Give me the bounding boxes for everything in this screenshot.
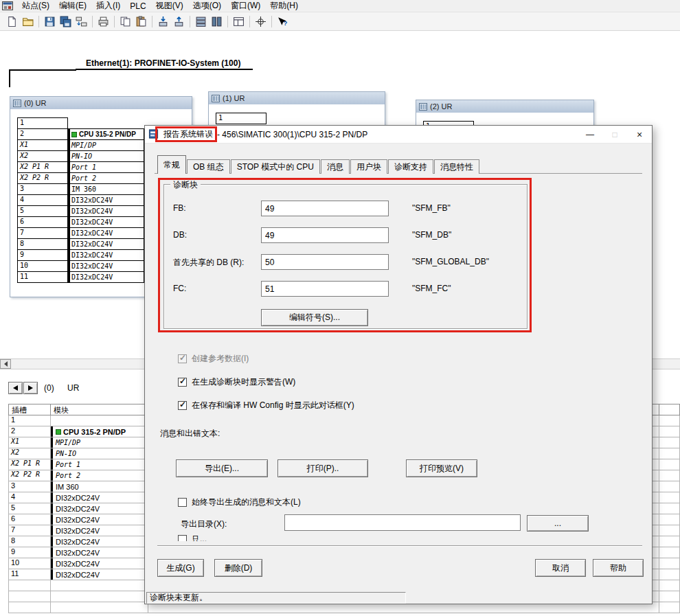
copy-button[interactable] xyxy=(117,14,133,30)
rack1-titlebar[interactable]: (1) UR xyxy=(209,92,385,104)
column-header[interactable]: 插槽 xyxy=(8,404,51,415)
module-cell[interactable]: DI32xDC24V xyxy=(67,238,144,250)
scroll-left-button[interactable] xyxy=(0,359,11,369)
printer-button[interactable] xyxy=(95,14,111,30)
open-folder-button[interactable] xyxy=(20,14,36,30)
module-cell: CPU 315-2 PN/DP xyxy=(51,426,148,437)
help-button[interactable]: 帮助 xyxy=(593,559,644,577)
context-help-button[interactable]: ? xyxy=(275,14,291,30)
dialog-tab[interactable]: 消息特性 xyxy=(434,159,479,174)
rack-row: 2CPU 315-2 PN/DP xyxy=(17,128,144,140)
block-number-input[interactable] xyxy=(261,281,389,297)
print-button[interactable]: 打印(P).. xyxy=(277,459,368,477)
menu-item[interactable]: PLC xyxy=(125,1,150,12)
slot-cell[interactable]: 10 xyxy=(17,260,68,272)
download-to-plc-icon xyxy=(157,16,169,27)
always-export-checkbox[interactable] xyxy=(178,498,187,507)
slot-cell[interactable]: X2 xyxy=(17,150,68,162)
module-cell[interactable]: Port 1 xyxy=(67,161,144,173)
station-download-button[interactable] xyxy=(73,14,89,30)
save-floppy-icon xyxy=(44,16,56,27)
network-crosshair-button[interactable] xyxy=(253,14,269,30)
dialog-tab[interactable]: 常规 xyxy=(157,155,186,174)
split-window-button[interactable] xyxy=(231,14,247,30)
module-name: DI32xDC24V xyxy=(56,494,100,502)
upload-from-plc-button[interactable] xyxy=(171,14,187,30)
module-cell[interactable]: DI32xDC24V xyxy=(67,205,144,217)
module-cell[interactable]: DI32xDC24V xyxy=(67,249,144,261)
delete-button[interactable]: 删除(D) xyxy=(214,559,262,577)
clipped-checkbox[interactable] xyxy=(178,535,187,541)
slot-cell[interactable]: 5 xyxy=(17,205,68,217)
cell xyxy=(659,437,680,448)
menu-item[interactable]: 插入(I) xyxy=(91,0,125,12)
slot-cell[interactable]: X1 xyxy=(17,139,68,151)
dialog-tab[interactable]: 用户块 xyxy=(350,159,387,174)
paste-button[interactable] xyxy=(133,14,149,30)
rack-row: 7DI32xDC24V xyxy=(17,227,144,239)
checkbox[interactable] xyxy=(178,378,187,387)
menu-item[interactable]: 站点(S) xyxy=(17,0,54,12)
slot-cell[interactable]: 1 xyxy=(216,113,267,124)
column-header[interactable] xyxy=(659,404,680,415)
menu-item[interactable]: 窗口(W) xyxy=(226,0,265,12)
browse-button[interactable]: ... xyxy=(527,515,589,532)
module-cell[interactable]: CPU 315-2 PN/DP xyxy=(67,128,144,140)
export-button[interactable]: 导出(E)... xyxy=(176,459,268,477)
module-cell[interactable]: DI32xDC24V xyxy=(67,216,144,228)
module-cell[interactable]: Port 2 xyxy=(67,172,144,184)
column-header[interactable]: 模块 xyxy=(51,404,148,415)
slot-cell[interactable]: X2 P2 R xyxy=(17,172,68,184)
rack0-titlebar[interactable]: (0) UR xyxy=(10,97,192,109)
save-floppy-button[interactable] xyxy=(42,14,58,30)
module-name: DI32xDC24V xyxy=(56,549,100,557)
navigate-forward-button[interactable] xyxy=(23,382,38,394)
dialog-tab[interactable]: OB 组态 xyxy=(187,159,230,174)
block-number-input[interactable] xyxy=(261,201,389,216)
slot-cell[interactable]: 6 xyxy=(17,216,68,228)
menu-item[interactable]: 视图(V) xyxy=(151,0,188,12)
module-cell[interactable]: IM 360 xyxy=(67,183,144,195)
slot-cell[interactable]: 1 xyxy=(17,117,68,129)
export-dir-input[interactable] xyxy=(284,514,521,531)
slot-cell[interactable]: 11 xyxy=(17,271,68,283)
navigate-back-button[interactable] xyxy=(8,382,23,394)
minimize-button[interactable]: — xyxy=(578,126,602,143)
edit-symbols-button[interactable]: 编辑符号(S)... xyxy=(261,309,368,326)
close-button[interactable]: × xyxy=(627,126,652,143)
slot-cell[interactable]: 7 xyxy=(17,227,68,239)
slot-cell[interactable]: 3 xyxy=(17,183,68,195)
module-cell[interactable]: DI32xDC24V xyxy=(67,227,144,239)
generate-button[interactable]: 生成(G) xyxy=(157,559,204,577)
slot-cell[interactable]: 9 xyxy=(17,249,68,261)
rack2-titlebar[interactable]: (2) UR xyxy=(416,100,593,113)
print-preview-button[interactable]: 打印预览(V) xyxy=(406,459,477,477)
menu-item[interactable]: 选项(O) xyxy=(188,0,226,12)
module-stack-button[interactable] xyxy=(209,14,225,30)
slot-cell[interactable]: 2 xyxy=(17,128,68,140)
save-all-button[interactable] xyxy=(58,14,73,30)
menu-item[interactable]: 编辑(E) xyxy=(54,0,91,12)
block-number-input[interactable] xyxy=(261,254,389,270)
slot-cell[interactable]: 4 xyxy=(17,194,68,206)
dialog-tab[interactable]: 诊断支持 xyxy=(388,159,433,174)
new-document-button[interactable] xyxy=(4,14,20,30)
dialog-titlebar[interactable]: 报告系统错误 - 456\SIMATIC 300(1)\CPU 315-2 PN… xyxy=(145,126,652,144)
cancel-button[interactable]: 取消 xyxy=(535,559,586,577)
module-catalog-button[interactable] xyxy=(193,14,209,30)
cell xyxy=(659,503,680,514)
module-cell[interactable]: DI32xDC24V xyxy=(67,271,144,283)
block-number-input[interactable] xyxy=(261,227,389,243)
module-cell[interactable]: DI32xDC24V xyxy=(67,194,144,206)
module-cell[interactable]: MPI/DP xyxy=(67,139,144,151)
module-cell[interactable]: DI32xDC24V xyxy=(67,260,144,272)
module-cell[interactable]: PN-IO xyxy=(67,150,144,162)
dialog-tab[interactable]: STOP 模式中的 CPU xyxy=(231,159,320,174)
module-name: Port 2 xyxy=(56,472,80,479)
checkbox[interactable] xyxy=(178,401,187,410)
download-to-plc-button[interactable] xyxy=(155,14,171,30)
slot-cell[interactable]: 8 xyxy=(17,238,68,250)
dialog-tab[interactable]: 消息 xyxy=(321,159,350,174)
menu-item[interactable]: 帮助(H) xyxy=(265,0,303,12)
slot-cell[interactable]: X2 P1 R xyxy=(17,161,68,173)
